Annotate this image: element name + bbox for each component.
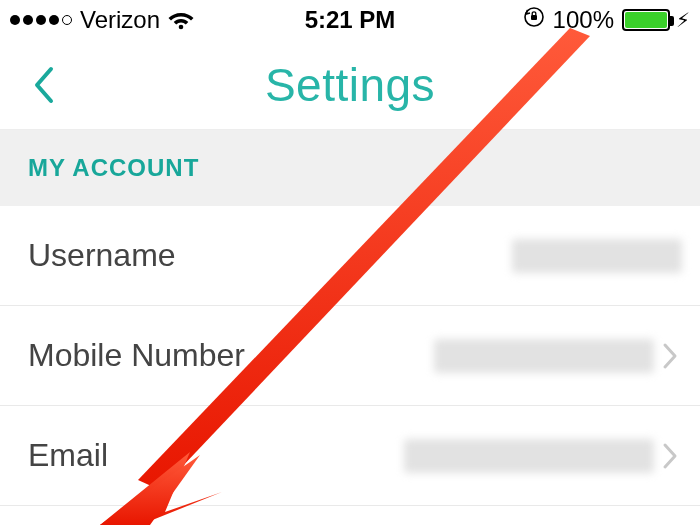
- svg-point-0: [179, 25, 184, 30]
- chevron-right-icon: [662, 442, 682, 470]
- charging-icon: ⚡︎: [676, 8, 690, 32]
- carrier-label: Verizon: [80, 6, 160, 34]
- battery-pct: 100%: [553, 6, 614, 34]
- battery-icon: [622, 9, 670, 31]
- row-mobile-number[interactable]: Mobile Number: [0, 306, 700, 406]
- row-label: Username: [28, 237, 176, 274]
- rotation-lock-icon: [523, 6, 545, 34]
- mobile-value-redacted: [434, 339, 654, 373]
- username-value-redacted: [512, 239, 682, 273]
- wifi-icon: [168, 10, 194, 30]
- back-button[interactable]: [28, 62, 58, 108]
- clock: 5:21 PM: [305, 6, 396, 34]
- row-label: Email: [28, 437, 108, 474]
- signal-strength-icon: [10, 15, 72, 25]
- chevron-right-icon: [662, 342, 682, 370]
- row-label: Mobile Number: [28, 337, 245, 374]
- email-value-redacted: [404, 439, 654, 473]
- status-bar: Verizon 5:21 PM 100% ⚡︎: [0, 0, 700, 40]
- nav-bar: Settings: [0, 40, 700, 130]
- row-username[interactable]: Username: [0, 206, 700, 306]
- page-title: Settings: [265, 58, 435, 112]
- svg-rect-2: [531, 15, 537, 20]
- row-email[interactable]: Email: [0, 406, 700, 506]
- section-header-my-account: MY ACCOUNT: [0, 130, 700, 206]
